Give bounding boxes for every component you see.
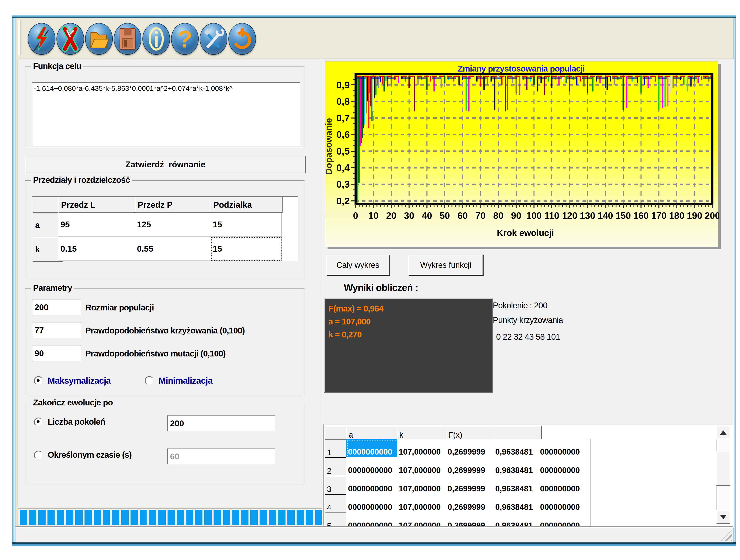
- svg-text:80: 80: [493, 210, 503, 219]
- svg-text:140: 140: [597, 210, 613, 219]
- population-table-cell[interactable]: 107,000000: [397, 457, 448, 477]
- down-arrow-icon: [720, 515, 727, 520]
- population-table-cell[interactable]: 0,2699999: [446, 457, 495, 477]
- population-table-cell[interactable]: 0,9638481: [494, 476, 540, 495]
- toolbar-help-button[interactable]: ?: [171, 23, 199, 55]
- mutation-probability-field[interactable]: [32, 346, 81, 361]
- generations-count-field[interactable]: [167, 415, 275, 431]
- svg-text:0,4: 0,4: [336, 162, 350, 173]
- result-fmax: F(max) = 0,964: [329, 302, 488, 315]
- progress-segment: [306, 510, 313, 525]
- window-border-left: [12, 18, 15, 542]
- population-table-cell[interactable]: 0,2699999: [446, 476, 495, 495]
- time-limit-label: Określonym czasie (s): [48, 450, 131, 460]
- maximize-radio[interactable]: [34, 376, 43, 385]
- help-icon: ?: [174, 26, 195, 52]
- time-limit-field[interactable]: [167, 449, 275, 464]
- population-table-cell[interactable]: 0,2699999: [446, 439, 495, 459]
- crossover-points-label: Punkty krzyżowania: [493, 315, 563, 325]
- population-table-cell[interactable]: 0000000000: [346, 494, 399, 514]
- svg-text:100: 100: [526, 210, 542, 219]
- minimize-label: Minimalizacja: [159, 376, 212, 386]
- info-icon: [146, 26, 167, 52]
- svg-text:0,9: 0,9: [336, 80, 350, 90]
- progress-segment: [287, 510, 295, 525]
- population-table-cell[interactable]: 000000000: [538, 439, 591, 459]
- progress-segment: [94, 510, 101, 525]
- svg-text:50: 50: [440, 210, 450, 219]
- ranges-grid-cell-k-l[interactable]: 0.15: [58, 237, 139, 261]
- svg-text:160: 160: [633, 210, 649, 219]
- population-table-cell[interactable]: 107,000000: [397, 494, 448, 514]
- svg-text:150: 150: [616, 210, 631, 219]
- progress-segment: [75, 510, 83, 525]
- toolbar-info-button[interactable]: [143, 23, 170, 55]
- fitness-chart: 0,20,30,40,50,60,70,80,90102030405060708…: [332, 73, 719, 219]
- table-scrollbar-down-button[interactable]: [716, 510, 730, 524]
- progress-segment: [278, 510, 285, 525]
- progress-segment: [48, 510, 55, 525]
- population-table-cell[interactable]: 0,2699999: [446, 494, 495, 514]
- stop-icon: [60, 26, 81, 52]
- resize-grip[interactable]: [721, 530, 732, 541]
- population-table-cell[interactable]: 0,9638481: [494, 494, 540, 514]
- population-table-rownum: 2: [325, 457, 350, 477]
- progress-segment: [213, 510, 221, 525]
- settings-icon: [203, 26, 224, 52]
- toolbar-grip[interactable]: [18, 20, 21, 55]
- objective-function-memo[interactable]: -1.614+0.080*a-6.435*k-5.863*0.0001*a^2+…: [32, 82, 300, 146]
- svg-text:0,7: 0,7: [336, 112, 350, 123]
- population-table-cell[interactable]: 000000000: [538, 457, 591, 477]
- population-table-cell[interactable]: 107,000000: [397, 439, 448, 459]
- crossover-probability-field[interactable]: [32, 322, 81, 338]
- population-table-cell[interactable]: 0,9638481: [494, 457, 540, 477]
- population-table-cell[interactable]: 0,9638481: [494, 439, 540, 459]
- svg-text:0,2: 0,2: [336, 196, 350, 206]
- table-scrollbar-up-button[interactable]: [716, 426, 730, 439]
- toolbar-exit-button[interactable]: [228, 23, 256, 55]
- svg-text:10: 10: [368, 210, 379, 219]
- whole-chart-button[interactable]: Cały wykres: [326, 255, 389, 275]
- toolbar-run-button[interactable]: [28, 23, 56, 55]
- progress-segment: [223, 510, 230, 525]
- time-limit-radio[interactable]: [34, 451, 43, 460]
- population-table-cell[interactable]: 0000000000: [346, 457, 399, 477]
- minimize-radio[interactable]: [145, 376, 154, 385]
- ranges-grid-cell-k-podz[interactable]: 15: [211, 237, 282, 261]
- toolbar-settings-button[interactable]: [200, 23, 227, 55]
- progress-segment: [241, 510, 249, 525]
- toolbar-stop-button[interactable]: [57, 23, 84, 55]
- ranges-grid-cell-k-p[interactable]: 0.55: [135, 237, 214, 261]
- ranges-legend: Przedziały i rozdzielczość: [31, 175, 132, 185]
- ranges-grid-header-przedz-l: Przedz L: [58, 197, 140, 213]
- window-titlebar[interactable]: [12, 15, 736, 18]
- table-scrollbar-thumb[interactable]: [716, 451, 730, 486]
- ranges-grid-cell-a-l[interactable]: 95: [58, 213, 139, 237]
- svg-text:90: 90: [511, 210, 521, 219]
- progress-segment: [29, 510, 36, 525]
- generations-radio[interactable]: [34, 417, 43, 427]
- toolbar-open-button[interactable]: [85, 23, 113, 55]
- confirm-equation-button[interactable]: Zatwierdź równanie: [25, 156, 306, 173]
- population-table-cell[interactable]: 107,000000: [397, 476, 448, 495]
- chart-title: Zmiany przystosowania populacji: [325, 64, 718, 73]
- progress-segment: [260, 510, 267, 525]
- population-table-cell[interactable]: 0000000000: [346, 476, 399, 495]
- svg-text:170: 170: [651, 210, 666, 219]
- progress-segment: [186, 510, 193, 525]
- population-table-cell[interactable]: 0000000000: [346, 439, 399, 459]
- progress-bar: [18, 508, 325, 527]
- progress-segment: [204, 510, 212, 525]
- population-table-cell[interactable]: 000000000: [538, 476, 591, 495]
- function-chart-button[interactable]: Wykres funkcji: [408, 255, 483, 275]
- population-size-field[interactable]: [32, 299, 81, 315]
- exit-icon: [232, 26, 253, 52]
- ranges-grid-cell-a-podz[interactable]: 15: [211, 213, 282, 237]
- app-screen: ? Funkcja celu -1.614+0.080*a-6.435*k-5.…: [0, 0, 740, 560]
- progress-segment: [269, 510, 276, 525]
- generation-text: Pokolenie : 200: [493, 301, 547, 310]
- ranges-grid-cell-a-p[interactable]: 125: [135, 213, 214, 237]
- population-table-cell[interactable]: 000000000: [538, 494, 591, 514]
- progress-segment: [195, 510, 202, 525]
- toolbar-save-button[interactable]: [114, 23, 142, 55]
